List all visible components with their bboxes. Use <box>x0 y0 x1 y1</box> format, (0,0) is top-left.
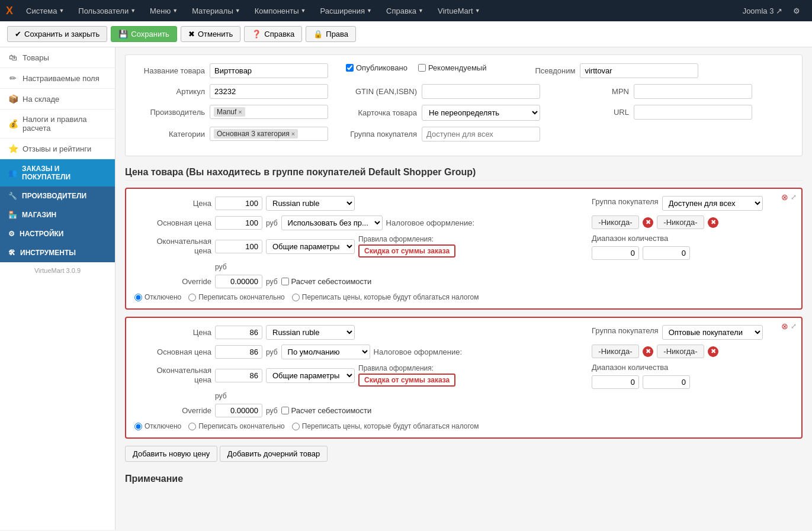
block1-cost-checkbox[interactable] <box>281 278 289 285</box>
sidebar-section-magazin[interactable]: 🏪 МАГАЗИН <box>0 205 115 224</box>
recommended-checkbox[interactable] <box>418 64 426 72</box>
cancel-button[interactable]: ✖ Отменить <box>181 26 240 42</box>
alias-input[interactable] <box>580 63 698 78</box>
sku-input[interactable] <box>210 84 328 99</box>
block2-radio-rewrite[interactable]: Переписать окончательно <box>188 422 285 430</box>
block1-never2-btn[interactable]: -Никогда- <box>657 215 704 229</box>
block2-finalprice-input[interactable] <box>215 369 262 382</box>
block2-baseprice-select[interactable]: По умолчанию <box>281 345 370 359</box>
block1-baseprice-select[interactable]: Использовать без пр... <box>281 215 383 230</box>
sidebar-section-zakazy[interactable]: 👥 ЗАКАЗЫ И ПОКУПАТЕЛИ <box>0 159 115 186</box>
sidebar-section-nastroyki[interactable]: ⚙ НАСТРОЙКИ <box>0 224 115 243</box>
help-button[interactable]: ❓ Справка <box>244 26 302 42</box>
block1-range1-input[interactable] <box>592 246 639 260</box>
nav-spravka[interactable]: Справка ▼ <box>380 4 429 18</box>
nav-materialy[interactable]: Материалы ▼ <box>186 4 246 18</box>
recommended-label[interactable]: Рекомендуемый <box>418 63 486 72</box>
cancel-icon: ✖ <box>188 30 195 38</box>
block1-delete-icon[interactable]: ⊗ <box>781 192 788 202</box>
note-title: Примечание <box>125 474 803 484</box>
sidebar-item-otzyvy[interactable]: ⭐ Отзывы и рейтинги <box>0 139 115 159</box>
block1-range2-input[interactable] <box>643 246 690 260</box>
price-section-title: Цена товара (Вы находитесь в группе поку… <box>125 165 803 181</box>
manufacturer-tag-remove[interactable]: × <box>238 108 242 115</box>
block1-currency-select[interactable]: Russian ruble <box>266 196 355 211</box>
block1-never1-del[interactable]: ✖ <box>643 217 653 228</box>
block1-cost-label[interactable]: Расчет себестоимости <box>281 277 372 286</box>
manufacturer-input[interactable]: Manuf × <box>210 105 328 119</box>
name-input[interactable] <box>210 63 328 78</box>
block1-radio-rewrite[interactable]: Переписать окончательно <box>188 293 285 301</box>
price-block-1: ⊗ ⤢ Цена Russian ruble Основ <box>125 188 803 310</box>
block2-cost-checkbox[interactable] <box>281 407 289 414</box>
reviews-icon: ⭐ <box>8 144 18 153</box>
sidebar-item-nastpola[interactable]: ✏ Настраиваемые поля <box>0 68 115 89</box>
buyer-group-input[interactable] <box>422 127 540 141</box>
add-price-button[interactable]: Добавить новую цену <box>125 446 217 462</box>
category-tag-remove[interactable]: × <box>291 130 295 137</box>
nav-komponenty[interactable]: Компоненты ▼ <box>249 4 312 18</box>
sidebar-item-nalogi[interactable]: 💰 Налоги и правила расчета <box>0 110 115 139</box>
block1-never1-btn[interactable]: -Никогда- <box>592 215 639 229</box>
block1-baseprice-input[interactable] <box>215 216 262 230</box>
block2-override-input[interactable] <box>215 404 262 417</box>
block2-range1-input[interactable] <box>592 375 639 389</box>
block2-never1-del[interactable]: ✖ <box>643 346 653 357</box>
block1-finalprice-input[interactable] <box>215 240 262 253</box>
block2-currency-select[interactable]: Russian ruble <box>266 325 355 340</box>
block2-range2-input[interactable] <box>643 375 690 389</box>
add-child-button[interactable]: Добавить дочерний товар <box>220 446 328 462</box>
nav-polzovateli[interactable]: Пользователи ▼ <box>72 4 142 18</box>
block1-buyergroup-label: Группа покупателя <box>592 197 659 206</box>
sidebar-section-instrumenty[interactable]: 🛠 ИНСТРУМЕНТЫ <box>0 243 115 262</box>
stock-icon: 📦 <box>8 94 18 104</box>
categories-input[interactable]: Основная 3 категория × <box>210 127 328 141</box>
block1-expand-icon[interactable]: ⤢ <box>791 193 797 201</box>
nav-virtuemart[interactable]: VirtueMart ▼ <box>432 4 486 18</box>
published-label[interactable]: Опубликовано <box>346 63 407 72</box>
content-area: Название товара Опубликовано Рекомендуем… <box>115 47 812 530</box>
block1-price-input[interactable] <box>215 197 262 210</box>
sku-row: Артикул GTIN (EAN,ISBN) MPN <box>134 84 794 99</box>
card-select[interactable]: Не переопределять <box>422 105 540 121</box>
block1-radio-off[interactable]: Отключено <box>134 293 181 301</box>
nav-sistema[interactable]: Система ▼ <box>20 4 70 18</box>
block1-params-select[interactable]: Общие параметры <box>266 239 355 254</box>
block2-price-input[interactable] <box>215 326 262 339</box>
block1-buyergroup-select[interactable]: Доступен для всех <box>662 196 763 211</box>
block2-cost-label[interactable]: Расчет себестоимости <box>281 406 372 415</box>
mpn-input[interactable] <box>634 84 752 99</box>
block2-buyergroup-select[interactable]: Оптовые покупатели <box>662 325 763 340</box>
block2-never2-del[interactable]: ✖ <box>708 346 718 357</box>
sidebar-item-tovary[interactable]: 🛍 Товары <box>0 47 115 68</box>
joomla-link[interactable]: Joomla 3 ↗ <box>743 7 782 15</box>
permissions-button[interactable]: 🔒 Права <box>306 26 356 42</box>
mpn-col: MPN <box>558 84 752 99</box>
card-label: Карточка товара <box>346 108 417 117</box>
name-label: Название товара <box>134 66 205 75</box>
joomla-logo: X <box>6 5 13 17</box>
products-icon: 🛍 <box>8 53 18 62</box>
block2-never2-btn[interactable]: -Никогда- <box>657 345 704 358</box>
nav-rasshireniya[interactable]: Расширения ▼ <box>314 4 378 18</box>
block2-never1-btn[interactable]: -Никогда- <box>592 345 639 358</box>
block2-params-select[interactable]: Общие параметры <box>266 368 355 383</box>
sidebar-section-proizv[interactable]: 🔧 ПРОИЗВОДИТЕЛИ <box>0 186 115 205</box>
block1-radio-taxable[interactable]: Переписать цены, которые будут облагатьс… <box>292 293 479 301</box>
settings-icon[interactable]: ⚙ <box>787 4 806 18</box>
save-button[interactable]: 💾 Сохранить <box>111 26 177 42</box>
block2-expand-icon[interactable]: ⤢ <box>791 322 797 330</box>
block2-radio-off[interactable]: Отключено <box>134 422 181 430</box>
block2-delete-icon[interactable]: ⊗ <box>781 321 788 331</box>
block1-never2-del[interactable]: ✖ <box>708 217 718 228</box>
save-close-button[interactable]: ✔ Сохранить и закрыть <box>7 26 107 42</box>
nav-menu[interactable]: Меню ▼ <box>144 4 184 18</box>
block1-override-row: Override руб Расчет себестоимости <box>134 275 580 288</box>
published-checkbox[interactable] <box>346 64 354 72</box>
gtin-input[interactable] <box>422 84 540 99</box>
block1-override-input[interactable] <box>215 275 262 288</box>
block2-radio-taxable[interactable]: Переписать цены, которые будут облагатьс… <box>292 422 479 430</box>
url-input[interactable] <box>634 105 752 120</box>
block2-baseprice-input[interactable] <box>215 345 262 359</box>
sidebar-item-sklad[interactable]: 📦 На складе <box>0 89 115 110</box>
